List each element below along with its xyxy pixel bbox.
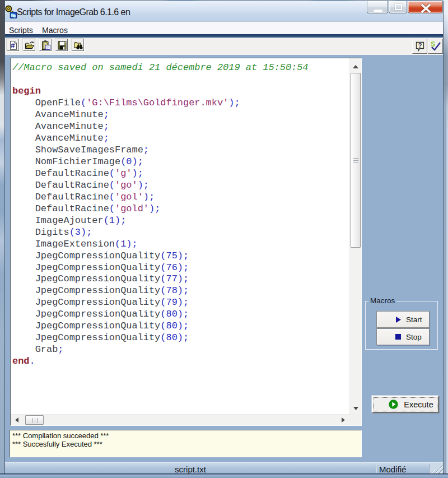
svg-text:IG: IG (11, 13, 15, 17)
svg-text:?: ? (418, 42, 422, 49)
svg-text:S: S (431, 40, 435, 48)
